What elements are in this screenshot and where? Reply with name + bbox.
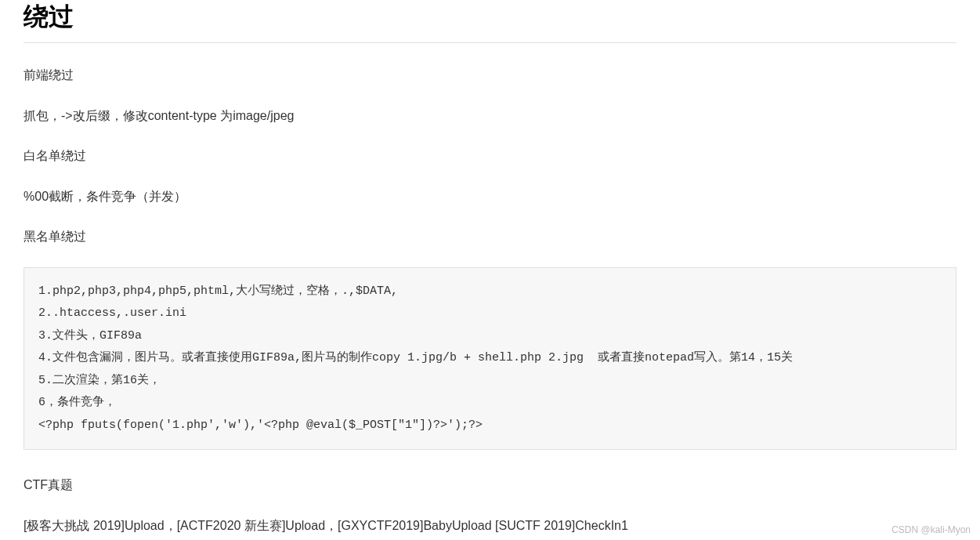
code-block: 1.php2,php3,php4,php5,phtml,大小写绕过，空格，.,$… <box>24 267 956 451</box>
paragraph-ctf-list: [极客大挑战 2019]Upload，[ACTF2020 新生赛]Upload，… <box>24 516 956 536</box>
paragraph-packet-capture: 抓包，->改后缀，修改content-type 为image/jpeg <box>24 106 956 126</box>
watermark: CSDN @kali-Myon <box>891 524 971 535</box>
paragraph-whitelist-bypass: 白名单绕过 <box>24 146 956 166</box>
paragraph-frontend-bypass: 前端绕过 <box>24 65 956 85</box>
paragraph-ctf-heading: CTF真题 <box>24 475 956 495</box>
paragraph-truncation: %00截断，条件竞争（并发） <box>24 187 956 207</box>
paragraph-blacklist-bypass: 黑名单绕过 <box>24 227 956 247</box>
section-heading: 绕过 <box>24 0 956 43</box>
